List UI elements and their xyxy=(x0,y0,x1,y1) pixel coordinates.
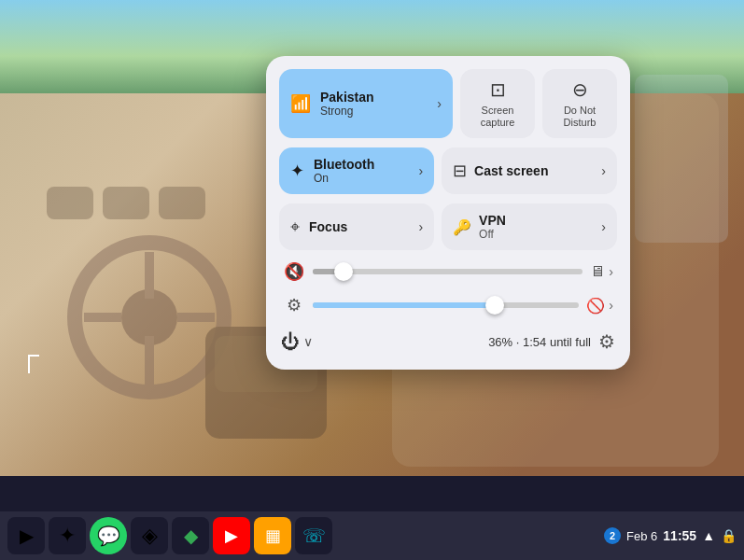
bluetooth-icon: ✦ xyxy=(290,161,304,181)
screen-capture-icon: ⊡ xyxy=(490,78,506,101)
phone-icon: ☏ xyxy=(302,525,326,547)
chrome-colors-icon: ◈ xyxy=(142,524,158,548)
vpn-tile[interactable]: 🔑 VPN Off › xyxy=(442,203,617,250)
taskbar-app-chrome-colors[interactable]: ◈ xyxy=(131,517,168,554)
cast-screen-tile[interactable]: ⊟ Cast screen › xyxy=(442,147,617,194)
vpn-name: VPN xyxy=(479,213,594,228)
bluetooth-status: On xyxy=(314,172,409,185)
cast-chevron: › xyxy=(601,163,606,178)
qs-top-row: 📶 Pakistan Strong › ⊡ Screencapture ⊖ Do… xyxy=(279,69,617,138)
taskbar-lock-icon: 🔒 xyxy=(721,528,737,543)
files-icon: ▦ xyxy=(265,525,281,546)
wifi-text: Pakistan Strong xyxy=(320,90,428,118)
maps-icon: ◆ xyxy=(184,525,198,547)
volume-slider-row: 🔇 🖥 › xyxy=(279,259,617,284)
volume-slider-right: 🖥 › xyxy=(590,263,613,280)
dnd-tile[interactable]: ⊖ Do NotDisturb xyxy=(542,69,617,138)
wifi-tile[interactable]: 📶 Pakistan Strong › xyxy=(279,69,453,138)
badge-count: 2 xyxy=(610,530,615,541)
brightness-slider-track[interactable] xyxy=(313,302,579,308)
taskbar-wifi-icon: ▲ xyxy=(702,528,715,543)
cast-label: Cast screen xyxy=(474,163,594,178)
svg-rect-6 xyxy=(47,187,93,219)
brightness-slider-fill xyxy=(313,302,499,308)
playstore-icon: ▶ xyxy=(20,525,34,547)
qs-bt-row: ✦ Bluetooth On › ⊟ Cast screen › xyxy=(279,147,617,194)
brightness-extra-chevron: › xyxy=(609,298,613,313)
volume-slider-thumb[interactable] xyxy=(334,262,353,281)
wifi-chevron: › xyxy=(437,96,442,111)
focus-tile[interactable]: ⌖ Focus › xyxy=(279,203,434,250)
taskbar-app-youtube[interactable]: ▶ xyxy=(213,517,250,554)
bluetooth-tile[interactable]: ✦ Bluetooth On › xyxy=(279,147,434,194)
taskbar-time: 11:55 xyxy=(663,528,696,543)
notification-badge: 2 xyxy=(604,527,621,544)
svg-rect-7 xyxy=(103,187,149,219)
battery-status: 36% · 1:54 until full xyxy=(488,335,591,349)
brightness-extra-icon: 🚫 xyxy=(586,297,605,315)
quick-settings-panel: 📶 Pakistan Strong › ⊡ Screencapture ⊖ Do… xyxy=(266,56,630,370)
svg-rect-8 xyxy=(159,187,205,219)
taskbar-app-maps[interactable]: ◆ xyxy=(172,517,209,554)
power-button[interactable]: ⏻ ∨ xyxy=(281,331,313,353)
brightness-slider-row: ⚙ 🚫 › xyxy=(279,293,617,317)
settings-icon[interactable]: ⚙ xyxy=(598,330,615,353)
vpn-chevron: › xyxy=(601,219,606,234)
brightness-slider-thumb[interactable] xyxy=(485,296,504,315)
bluetooth-text: Bluetooth On xyxy=(314,157,409,185)
vpn-status: Off xyxy=(479,228,594,241)
brightness-slider-right: 🚫 › xyxy=(586,297,613,315)
power-chevron: ∨ xyxy=(303,334,313,349)
focus-icon: ⌖ xyxy=(290,217,300,237)
taskbar-app-files[interactable]: ▦ xyxy=(254,517,291,554)
taskbar-date: Feb 6 xyxy=(626,529,657,543)
volume-output-icon: 🖥 xyxy=(590,263,605,280)
taskbar-app-google[interactable]: ✦ xyxy=(49,517,86,554)
cast-icon: ⊟ xyxy=(453,161,467,181)
wifi-status: Strong xyxy=(320,105,428,118)
vpn-icon: 🔑 xyxy=(453,218,471,236)
qs-bottom-bar: ⏻ ∨ 36% · 1:54 until full ⚙ xyxy=(279,327,617,357)
taskbar-right: 2 Feb 6 11:55 ▲ 🔒 xyxy=(604,527,737,544)
screen-capture-label: Screencapture xyxy=(481,105,515,129)
whatsapp-icon: 💬 xyxy=(97,525,120,547)
focus-label: Focus xyxy=(309,219,409,234)
google-dots-icon: ✦ xyxy=(59,524,76,548)
power-icon: ⏻ xyxy=(281,331,300,353)
volume-slider-track[interactable] xyxy=(313,269,583,274)
taskbar-app-phone[interactable]: ☏ xyxy=(295,517,332,554)
volume-mute-icon: 🔇 xyxy=(283,261,305,282)
screen-capture-tile[interactable]: ⊡ Screencapture xyxy=(460,69,535,138)
youtube-icon: ▶ xyxy=(225,525,238,546)
taskbar-app-playstore[interactable]: ▶ xyxy=(7,517,45,554)
taskbar-app-whatsapp[interactable]: 💬 xyxy=(90,517,127,554)
vpn-text: VPN Off xyxy=(479,213,594,241)
wifi-icon: 📶 xyxy=(290,93,311,114)
bluetooth-chevron: › xyxy=(418,163,423,178)
taskbar: ▶ ✦ 💬 ◈ ◆ ▶ ▦ ☏ 2 Feb 6 11:55 ▲ 🔒 xyxy=(0,511,744,560)
volume-output-chevron: › xyxy=(609,264,613,279)
dnd-icon: ⊖ xyxy=(572,78,588,101)
qs-focus-row: ⌖ Focus › 🔑 VPN Off › xyxy=(279,203,617,250)
focus-chevron: › xyxy=(418,219,423,234)
wifi-name: Pakistan xyxy=(320,90,428,105)
dnd-label: Do NotDisturb xyxy=(564,105,597,129)
mouse-cursor xyxy=(28,355,39,373)
brightness-icon: ⚙ xyxy=(283,295,305,315)
bluetooth-name: Bluetooth xyxy=(314,157,409,172)
